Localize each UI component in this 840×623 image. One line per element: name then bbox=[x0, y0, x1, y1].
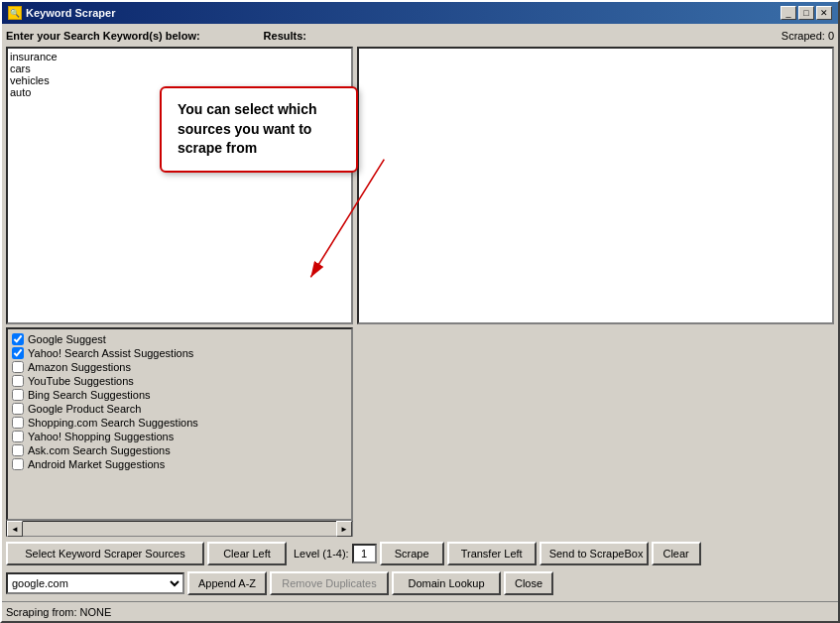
source-yahoo-assist-checkbox[interactable] bbox=[12, 347, 24, 359]
source-amazon-label: Amazon Suggestions bbox=[28, 361, 131, 373]
window-title: Keyword Scraper bbox=[26, 7, 115, 19]
source-amazon-checkbox[interactable] bbox=[12, 361, 24, 373]
keywords-label: Enter your Search Keyword(s) below: bbox=[6, 30, 200, 42]
source-amazon[interactable]: Amazon Suggestions bbox=[12, 361, 347, 373]
source-google-product-checkbox[interactable] bbox=[12, 403, 24, 415]
window-content: Enter your Search Keyword(s) below: Resu… bbox=[2, 24, 838, 601]
clear-left-button[interactable]: Clear Left bbox=[207, 542, 287, 565]
scroll-right-arrow[interactable]: ► bbox=[336, 521, 352, 537]
source-bing-label: Bing Search Suggestions bbox=[28, 389, 151, 401]
level-input[interactable]: 1 bbox=[352, 544, 377, 563]
source-yahoo-assist[interactable]: Yahoo! Search Assist Suggestions bbox=[12, 347, 347, 359]
source-yahoo-shopping-checkbox[interactable] bbox=[12, 431, 24, 442]
source-android-label: Android Market Suggestions bbox=[28, 458, 165, 470]
source-android[interactable]: Android Market Suggestions bbox=[12, 458, 347, 470]
source-yahoo-shopping[interactable]: Yahoo! Shopping Suggestions bbox=[12, 431, 347, 442]
scroll-track bbox=[23, 523, 336, 535]
clear-button[interactable]: Clear bbox=[652, 542, 701, 565]
tooltip-text: You can select which sources you want to… bbox=[178, 101, 317, 156]
right-panel bbox=[357, 47, 834, 324]
domain-select[interactable]: google.com google.co.uk google.ca google… bbox=[6, 572, 184, 594]
source-google-product-label: Google Product Search bbox=[28, 403, 141, 415]
source-bing[interactable]: Bing Search Suggestions bbox=[12, 389, 347, 401]
source-bing-checkbox[interactable] bbox=[12, 389, 24, 401]
maximize-button[interactable]: □ bbox=[798, 6, 814, 20]
source-youtube-checkbox[interactable] bbox=[12, 375, 24, 387]
status-value: NONE bbox=[80, 606, 112, 618]
control-row-1: Select Keyword Scraper Sources Clear Lef… bbox=[6, 540, 834, 567]
tooltip-box: You can select which sources you want to… bbox=[160, 86, 358, 173]
source-yahoo-assist-label: Yahoo! Search Assist Suggestions bbox=[28, 347, 193, 359]
scraped-count: Scraped: 0 bbox=[781, 30, 834, 42]
send-scrapebox-button[interactable]: Send to ScrapeBox bbox=[540, 542, 649, 565]
source-youtube-label: YouTube Suggestions bbox=[28, 375, 134, 387]
scroll-left-arrow[interactable]: ◄ bbox=[7, 521, 23, 537]
level-label: Level (1-4): bbox=[294, 548, 349, 560]
close-button[interactable]: ✕ bbox=[816, 6, 832, 20]
results-label: Results: bbox=[264, 30, 306, 42]
title-bar: 🔍 Keyword Scraper _ □ ✕ bbox=[2, 2, 838, 24]
title-bar-left: 🔍 Keyword Scraper bbox=[8, 6, 115, 20]
source-ask-label: Ask.com Search Suggestions bbox=[28, 444, 171, 456]
title-buttons: _ □ ✕ bbox=[780, 6, 832, 20]
select-sources-button[interactable]: Select Keyword Scraper Sources bbox=[6, 542, 204, 565]
append-az-button[interactable]: Append A-Z bbox=[187, 571, 267, 595]
source-shopping-com[interactable]: Shopping.com Search Suggestions bbox=[12, 417, 347, 429]
source-ask-checkbox[interactable] bbox=[12, 444, 24, 456]
source-yahoo-shopping-label: Yahoo! Shopping Suggestions bbox=[28, 431, 174, 442]
source-youtube[interactable]: YouTube Suggestions bbox=[12, 375, 347, 387]
source-android-checkbox[interactable] bbox=[12, 458, 24, 470]
sources-section: Google Suggest Yahoo! Search Assist Sugg… bbox=[6, 327, 353, 537]
main-area: insurance cars vehicles auto You can sel… bbox=[6, 47, 834, 324]
domain-lookup-button[interactable]: Domain Lookup bbox=[392, 571, 501, 595]
status-bar: Scraping from: NONE bbox=[2, 601, 838, 621]
transfer-left-button[interactable]: Transfer Left bbox=[447, 542, 537, 565]
source-google-suggest-checkbox[interactable] bbox=[12, 333, 24, 345]
bottom-controls: Select Keyword Scraper Sources Clear Lef… bbox=[6, 540, 834, 597]
source-google-suggest-label: Google Suggest bbox=[28, 333, 106, 345]
source-google-product[interactable]: Google Product Search bbox=[12, 403, 347, 415]
control-row-2: google.com google.co.uk google.ca google… bbox=[6, 569, 834, 597]
source-shopping-com-label: Shopping.com Search Suggestions bbox=[28, 417, 198, 429]
main-window: 🔍 Keyword Scraper _ □ ✕ Enter your Searc… bbox=[0, 0, 840, 623]
results-textarea[interactable] bbox=[357, 47, 834, 324]
sources-scrollbar[interactable]: ◄ ► bbox=[6, 521, 353, 537]
close-dialog-button[interactable]: Close bbox=[504, 571, 553, 595]
remove-duplicates-button[interactable]: Remove Duplicates bbox=[270, 571, 389, 595]
sources-panel[interactable]: Google Suggest Yahoo! Search Assist Sugg… bbox=[6, 327, 353, 521]
app-icon: 🔍 bbox=[8, 6, 22, 20]
source-google-suggest[interactable]: Google Suggest bbox=[12, 333, 347, 345]
minimize-button[interactable]: _ bbox=[780, 6, 796, 20]
status-label: Scraping from: bbox=[6, 606, 77, 618]
header-row: Enter your Search Keyword(s) below: Resu… bbox=[6, 28, 834, 44]
source-shopping-com-checkbox[interactable] bbox=[12, 417, 24, 429]
source-ask[interactable]: Ask.com Search Suggestions bbox=[12, 444, 347, 456]
scrape-button[interactable]: Scrape bbox=[380, 542, 444, 565]
